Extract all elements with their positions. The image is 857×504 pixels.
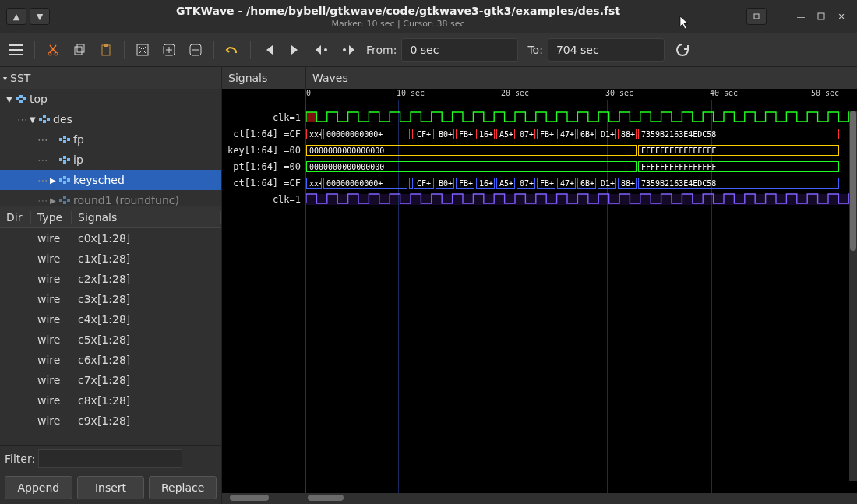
wave-signal-name[interactable]: clk=1 [273, 194, 301, 205]
marker-line[interactable] [411, 100, 411, 493]
col-header-type[interactable]: Type [31, 211, 72, 224]
bus-value: B0+ [436, 178, 454, 189]
next-edge-button[interactable] [340, 41, 357, 58]
svg-rect-26 [63, 156, 66, 159]
tree-guide-icon: ⋯ [37, 153, 48, 166]
bus-value: 00+ [409, 129, 413, 139]
svg-rect-33 [59, 199, 62, 202]
svg-rect-37 [306, 112, 316, 122]
bus-value: 47+ [557, 178, 576, 189]
col-header-signals[interactable]: Signals [72, 211, 221, 224]
sst-header[interactable]: ▾ SST [0, 67, 221, 89]
minimize-button[interactable]: — [792, 8, 810, 25]
expand-icon[interactable]: ▶ [50, 196, 59, 205]
bus-value: FB+ [456, 178, 474, 189]
left-panel: ▾ SST ▼top⋯▼des⋯fp⋯ip⋯▶keysched⋯▶round1 … [0, 67, 222, 504]
svg-rect-7 [104, 44, 108, 47]
signal-row[interactable]: wirec3x[1:28] [0, 289, 221, 309]
signal-table: Dir Type Signals wirec0x[1:28]wirec1x[1:… [0, 206, 221, 445]
insert-button[interactable]: Insert [77, 476, 145, 499]
nav-down-button[interactable]: ▼ [30, 8, 50, 25]
sst-label: SST [10, 72, 30, 84]
wave-signal-name[interactable]: clk=1 [273, 112, 301, 123]
signal-row[interactable]: wirec8x[1:28] [0, 390, 221, 411]
zoom-in-button[interactable] [160, 41, 178, 58]
wave-canvas[interactable]: 010 sec20 sec30 sec40 sec50 sec xx+00000… [306, 89, 857, 493]
paste-button[interactable] [97, 41, 115, 58]
signal-row[interactable]: wirec7x[1:28] [0, 370, 221, 390]
expand-icon[interactable]: ▼ [6, 95, 16, 104]
signal-row[interactable]: wirec1x[1:28] [0, 248, 221, 269]
grid-line [503, 100, 503, 493]
signames-hscroll[interactable] [222, 493, 306, 504]
collapse-icon[interactable]: ▾ [3, 74, 7, 83]
wave-body[interactable]: clk=1ct[1:64] =CFkey[1:64] =00pt[1:64] =… [222, 89, 857, 493]
svg-rect-17 [39, 118, 42, 121]
wave-signal-name[interactable]: pt[1:64] =00 [233, 161, 301, 172]
wave-signal-name[interactable]: key[1:64] =00 [227, 145, 301, 156]
wave-hscroll[interactable] [306, 493, 857, 504]
col-header-dir[interactable]: Dir [0, 211, 31, 224]
tree-item-ip[interactable]: ⋯ip [0, 150, 221, 170]
tree-item-fp[interactable]: ⋯fp [0, 129, 221, 150]
timescale-tick: 40 sec [710, 89, 738, 97]
timescale: 010 sec20 sec30 sec40 sec50 sec [306, 89, 857, 100]
bus-value: FB+ [456, 129, 474, 139]
bus-row[interactable]: xx+00000000000+00+CF+B0+FB+16+A5+07+FB+4… [306, 129, 857, 141]
undo-button[interactable] [224, 41, 241, 58]
hscroll-thumb[interactable] [230, 495, 269, 501]
filter-input[interactable] [38, 449, 182, 468]
hierarchy-tree[interactable]: ▼top⋯▼des⋯fp⋯ip⋯▶keysched⋯▶round1 (round… [0, 89, 221, 206]
signal-row[interactable]: wirec0x[1:28] [0, 228, 221, 248]
append-button[interactable]: Append [5, 476, 72, 499]
bus-row[interactable]: xx+00000000000+00+CF+B0+FB+16+A5+07+FB+4… [306, 178, 857, 190]
bus-value: 6B+ [577, 178, 596, 189]
wave-signal-name[interactable]: ct[1:64] =CF [233, 129, 301, 139]
expand-icon[interactable]: ▼ [30, 115, 39, 124]
menu-button[interactable] [8, 41, 25, 58]
signal-row[interactable]: wirec4x[1:28] [0, 309, 221, 330]
skip-start-icon [263, 44, 275, 56]
hscroll-thumb[interactable] [308, 495, 344, 501]
wave-signal-names[interactable]: clk=1ct[1:64] =CFkey[1:64] =00pt[1:64] =… [222, 89, 306, 493]
window-detach-button[interactable] [746, 8, 767, 25]
to-input[interactable] [548, 38, 665, 62]
maximize-button[interactable] [812, 8, 831, 25]
wave-signal-name[interactable]: ct[1:64] =CF [233, 178, 301, 189]
next-edge-icon [340, 44, 356, 56]
goto-end-button[interactable] [287, 41, 304, 58]
tree-item-round1[interactable]: ⋯▶round1 (roundfunc) [0, 190, 221, 206]
close-button[interactable]: ✕ [832, 8, 851, 25]
tree-item-des[interactable]: ⋯▼des [0, 109, 221, 129]
copy-button[interactable] [71, 41, 88, 58]
bus-value: 88+ [618, 129, 637, 139]
filter-label: Filter: [5, 453, 35, 465]
tree-label: keysched [73, 174, 125, 186]
vscroll-thumb[interactable] [850, 111, 856, 251]
reload-button[interactable] [674, 41, 691, 58]
svg-rect-4 [75, 47, 82, 55]
expand-icon[interactable]: ▶ [50, 176, 59, 185]
signal-name: c9x[1:28] [72, 414, 221, 427]
signal-row[interactable]: wirec6x[1:28] [0, 350, 221, 370]
tree-item-keysched[interactable]: ⋯▶keysched [0, 170, 221, 190]
signal-row[interactable]: wirec2x[1:28] [0, 269, 221, 289]
from-input[interactable] [401, 38, 518, 62]
goto-start-button[interactable] [260, 41, 277, 58]
vertical-scrollbar[interactable] [849, 111, 857, 481]
prev-edge-button[interactable] [313, 41, 330, 58]
zoom-fit-button[interactable] [134, 41, 151, 58]
signal-row[interactable]: wirec5x[1:28] [0, 330, 221, 350]
bus-row[interactable]: 0000000000000000FFFFFFFFFFFFFFFF [306, 145, 857, 157]
titlebar: ▲ ▼ GTKWave - /home/bybell/gtkwave/code/… [0, 0, 857, 33]
nav-up-button[interactable]: ▲ [6, 8, 26, 25]
cut-button[interactable] [44, 41, 62, 58]
signal-row[interactable]: wirec9x[1:28] [0, 411, 221, 431]
bus-row[interactable]: 0000000000000000FFFFFFFFFFFFFFFF [306, 161, 857, 174]
replace-button[interactable]: Replace [149, 476, 217, 499]
tree-item-top[interactable]: ▼top [0, 89, 221, 109]
svg-rect-21 [59, 138, 62, 141]
separator [250, 41, 251, 59]
zoom-out-button[interactable] [187, 41, 204, 58]
svg-rect-29 [59, 178, 62, 182]
